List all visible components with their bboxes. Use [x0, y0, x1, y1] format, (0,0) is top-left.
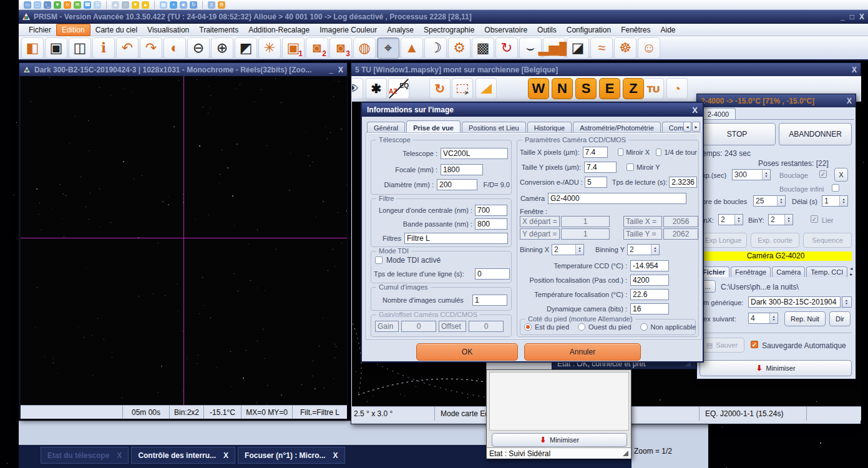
- camera-3-icon[interactable]: ◙3: [329, 37, 352, 59]
- exposure-spinner[interactable]: 300 ▲▼: [732, 169, 771, 180]
- center-arrows-icon[interactable]: ✱: [366, 78, 387, 99]
- camera-window-close-button[interactable]: X: [847, 97, 852, 105]
- camera-tab-fenêtrage[interactable]: Fenêtrage: [731, 266, 771, 277]
- arrow-down-icon[interactable]: ▼: [54, 1, 61, 9]
- tools-icon[interactable]: ⚙: [218, 1, 225, 9]
- save-button[interactable]: ▤ Sauver: [700, 338, 744, 353]
- camera-window-titlebar[interactable]: 2-4000 -> -15.0°C [71% , -15.0°C] X: [697, 94, 856, 107]
- image-window-minimize-button[interactable]: _: [329, 66, 333, 74]
- dialog-tab-astrométrie-photométrie[interactable]: Astrométrie/Photométrie: [573, 122, 661, 133]
- compass-n-button[interactable]: N: [552, 78, 573, 99]
- binx-spinner[interactable]: 2 ▲▼: [718, 214, 743, 225]
- turbine-icon[interactable]: ✳: [258, 37, 281, 59]
- tdi-enabled-checkbox[interactable]: [375, 256, 383, 264]
- camera-1-icon[interactable]: ▣1: [282, 37, 305, 59]
- stop-button[interactable]: STOP: [698, 123, 776, 145]
- central-wavelength-field[interactable]: 700: [475, 205, 507, 216]
- clone-icon[interactable]: 2: [208, 1, 215, 9]
- wrench-disc-icon[interactable]: ⚙: [448, 37, 471, 59]
- undo-icon[interactable]: ↶: [116, 37, 139, 59]
- menu-item-spectrographie[interactable]: Spectrographie: [419, 24, 479, 36]
- dialog-tab-positions-et-lieu[interactable]: Positions et Lieu: [462, 122, 526, 133]
- abort-button[interactable]: ABANDONNER: [779, 123, 852, 145]
- loop-count-spinner[interactable]: 25 ▲▼: [753, 195, 786, 207]
- menu-item-edition[interactable]: Edition: [56, 24, 90, 36]
- finder-flashlight-icon[interactable]: ⌖: [377, 37, 399, 59]
- link-bin-checkbox[interactable]: ✓: [811, 215, 818, 223]
- selection-icon[interactable]: ➤: [452, 78, 473, 99]
- menu-item-outils[interactable]: Outils: [532, 24, 562, 36]
- tu-button[interactable]: TU: [643, 78, 664, 99]
- profile-dunes-icon[interactable]: ≈: [590, 37, 613, 59]
- pier-radio-non-applicable[interactable]: Non applicable: [640, 323, 696, 331]
- histogram-icon[interactable]: ▂▅▇: [543, 37, 565, 59]
- menu-item-fen-tres[interactable]: Fenêtres: [616, 24, 655, 36]
- camera-tab-g2-4000[interactable]: 2-4000: [701, 108, 736, 120]
- taskbar-tab-etat-du-télescope[interactable]: Etat du télescopeX: [41, 447, 129, 464]
- compass-w-button[interactable]: W: [528, 78, 549, 99]
- delay-spinner[interactable]: 1 ▲▼: [822, 195, 848, 207]
- ccd-temperature-field[interactable]: -14.954: [630, 260, 669, 271]
- sequence-button[interactable]: Sequence: [803, 233, 852, 248]
- dialog-tab-général[interactable]: Général: [367, 122, 405, 133]
- long-exposure-button[interactable]: Exp Longue: [700, 233, 747, 248]
- triangle-ruler-icon[interactable]: [475, 78, 497, 99]
- binning-x-spinner[interactable]: 2 ▲▼: [552, 244, 584, 255]
- save-icon[interactable]: ▣: [45, 37, 67, 59]
- menu-item-aide[interactable]: Aide: [656, 24, 681, 36]
- readout-time-field[interactable]: 2.3236: [669, 177, 697, 188]
- eq-az-toggle-icon[interactable]: EQ AZ: [388, 78, 409, 99]
- cancel-button[interactable]: Annuler: [524, 343, 641, 361]
- mirror-y-checkbox[interactable]: [627, 163, 634, 171]
- tab-scroll-left-button[interactable]: ◂: [683, 122, 691, 132]
- zoom-in-icon[interactable]: ⊕: [211, 37, 233, 59]
- generic-name-field[interactable]: Dark 300-B2-15C-201904: [748, 296, 841, 308]
- open-image-icon[interactable]: ◧: [21, 37, 44, 59]
- bandwidth-field[interactable]: 800: [475, 218, 507, 230]
- rotate-icon[interactable]: ↻: [429, 78, 451, 99]
- cone-icon[interactable]: ▲: [401, 37, 423, 59]
- pc-icon[interactable]: ▭: [24, 1, 31, 9]
- upload-yellow-icon[interactable]: ▲: [142, 1, 149, 9]
- camera-minimize-button[interactable]: ⬇ Minimiser: [700, 360, 852, 376]
- taskbar-tab-close-button[interactable]: X: [223, 451, 228, 460]
- chat-icon[interactable]: ✉: [74, 1, 81, 9]
- menu-item-imagerie-couleur[interactable]: Imagerie Couleur: [315, 24, 382, 36]
- camera-tab-scroll-arrows[interactable]: ◂ ▸: [850, 266, 853, 277]
- diameter-field[interactable]: 200: [437, 179, 477, 190]
- zoom-out-icon[interactable]: ⊖: [187, 37, 210, 59]
- stacked-count-field[interactable]: 1: [472, 295, 507, 306]
- focus-position-field[interactable]: 4200: [630, 275, 669, 286]
- menu-item-fichier[interactable]: Fichier: [24, 24, 56, 36]
- quarter-turn-checkbox[interactable]: [656, 149, 661, 156]
- filters-field[interactable]: Filtre L: [404, 233, 508, 244]
- sync-icon[interactable]: ↻: [190, 1, 197, 9]
- monitor-icon[interactable]: ▢: [34, 1, 41, 9]
- compass-e-button[interactable]: E: [599, 78, 620, 99]
- contrast-icon[interactable]: ◐: [163, 37, 186, 59]
- compass-s-button[interactable]: S: [575, 78, 597, 99]
- biny-spinner[interactable]: 2 ▲▼: [768, 214, 793, 225]
- calibration-icon[interactable]: ▩: [472, 37, 494, 59]
- comment-icon[interactable]: ☰: [94, 1, 101, 9]
- focal-length-field[interactable]: 1800: [441, 164, 483, 175]
- pixel-size-y-field[interactable]: 7.4: [584, 162, 617, 173]
- compass-z-button[interactable]: Z: [623, 78, 644, 99]
- image-window-close-button[interactable]: X: [338, 66, 343, 74]
- rotate-icon[interactable]: ↻: [495, 37, 518, 59]
- network-icon[interactable]: ⁘: [122, 1, 129, 9]
- taskbar-tab-focuser-n-1-micro-[interactable]: Focuser (n°1) : Micro...X: [238, 447, 345, 464]
- app-minimize-button[interactable]: _: [841, 12, 845, 21]
- tab-scroll-right-button[interactable]: ▸: [692, 122, 700, 132]
- next-index-spinner[interactable]: 4 ▲▼: [748, 313, 778, 324]
- info-icon[interactable]: ℹ: [92, 37, 115, 59]
- download-yellow-icon[interactable]: ▼: [132, 1, 139, 9]
- mirror-x-checkbox[interactable]: [618, 149, 623, 156]
- menu-item-addition-recalage[interactable]: Addition-Recalage: [243, 24, 315, 36]
- menu-item-analyse[interactable]: Analyse: [382, 24, 419, 36]
- moon-sphere-icon[interactable]: ☽: [424, 37, 447, 59]
- camera-tab-caméra[interactable]: Caméra: [772, 266, 805, 277]
- focuser-temperature-field[interactable]: 22.6: [630, 289, 669, 300]
- infinite-loop-checkbox[interactable]: [832, 184, 839, 192]
- telescope-field[interactable]: VC200L: [441, 148, 508, 159]
